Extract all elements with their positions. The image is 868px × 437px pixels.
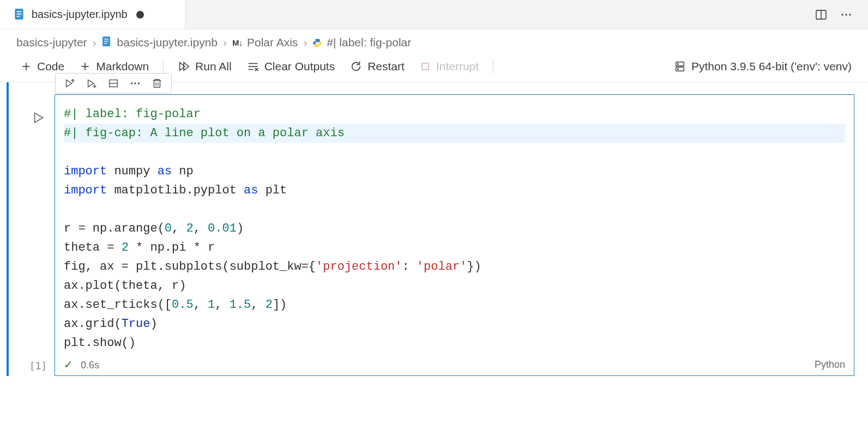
svg-marker-29 xyxy=(35,113,43,122)
svg-rect-24 xyxy=(422,63,429,70)
code-cell-row: [1] #| label: fig-polar#| fig-cap: A lin… xyxy=(0,94,868,376)
interrupt-label: Interrupt xyxy=(436,60,479,73)
run-cell-button[interactable] xyxy=(31,111,45,126)
svg-point-36 xyxy=(131,82,132,84)
tab-title: basics-jupyter.ipynb xyxy=(32,8,128,21)
svg-rect-39 xyxy=(154,81,160,88)
plus-icon xyxy=(21,61,32,72)
cell-status-bar: ✓0.6s Python xyxy=(55,356,854,375)
add-code-label: Code xyxy=(37,60,64,73)
toolbar-divider xyxy=(163,59,164,74)
breadcrumb: basics-jupyter › basics-jupyter.ipynb › … xyxy=(0,29,868,54)
notebook-icon xyxy=(102,36,113,49)
svg-rect-12 xyxy=(104,43,107,44)
breadcrumb-section[interactable]: M↓ Polar Axis xyxy=(232,36,298,49)
server-icon xyxy=(674,60,686,72)
notebook-editor: [1] #| label: fig-polar#| fig-cap: A lin… xyxy=(0,82,868,376)
add-markdown-label: Markdown xyxy=(96,60,149,73)
split-editor-icon[interactable] xyxy=(815,8,828,21)
interrupt-button[interactable]: Interrupt xyxy=(412,58,486,75)
svg-point-7 xyxy=(845,14,847,16)
cell-toolbar xyxy=(55,73,172,94)
svg-marker-32 xyxy=(88,80,94,87)
svg-point-37 xyxy=(134,82,136,84)
breadcrumb-file[interactable]: basics-jupyter.ipynb xyxy=(102,36,218,49)
cell-language-picker[interactable]: Python xyxy=(815,359,845,371)
svg-rect-11 xyxy=(104,41,108,41)
toolbar-divider xyxy=(493,59,493,74)
cell-gutter xyxy=(22,94,55,126)
split-cell-icon[interactable] xyxy=(107,77,120,90)
interrupt-icon xyxy=(420,61,431,72)
clear-outputs-label: Clear Outputs xyxy=(264,60,335,73)
delete-cell-icon[interactable] xyxy=(150,77,164,90)
check-icon: ✓ xyxy=(64,359,73,371)
kernel-label: Python 3.9.5 64-bit ('env': venv) xyxy=(691,60,852,73)
svg-point-8 xyxy=(849,14,851,16)
cell-status-left: ✓0.6s xyxy=(64,358,99,371)
editor-actions xyxy=(815,8,868,21)
run-all-label: Run All xyxy=(195,60,232,73)
notebook-icon xyxy=(14,8,25,21)
svg-point-28 xyxy=(677,69,678,70)
restart-label: Restart xyxy=(367,60,405,73)
markdown-icon: M↓ xyxy=(232,38,243,47)
clear-outputs-icon xyxy=(247,60,259,72)
svg-marker-30 xyxy=(67,80,72,87)
run-all-button[interactable]: Run All xyxy=(170,58,239,75)
svg-rect-3 xyxy=(17,16,20,17)
kernel-picker[interactable]: Python 3.9.5 64-bit ('env': venv) xyxy=(674,60,857,73)
restart-button[interactable]: Restart xyxy=(342,58,412,75)
more-actions-icon[interactable] xyxy=(840,8,853,21)
more-cell-actions-icon[interactable] xyxy=(129,77,142,90)
restart-icon xyxy=(350,60,362,72)
run-above-icon[interactable] xyxy=(63,77,76,90)
execution-count: [1] xyxy=(29,360,47,376)
chevron-right-icon: › xyxy=(223,36,227,49)
plus-icon xyxy=(80,61,91,72)
svg-point-6 xyxy=(841,14,843,16)
svg-point-38 xyxy=(138,82,140,84)
exec-time: 0.6s xyxy=(81,360,99,371)
svg-rect-2 xyxy=(17,13,22,14)
code-editor[interactable]: #| label: fig-polar#| fig-cap: A line pl… xyxy=(55,95,854,356)
editor-tab[interactable]: basics-jupyter.ipynb xyxy=(0,0,185,29)
dirty-indicator-icon xyxy=(136,11,144,19)
tab-bar: basics-jupyter.ipynb xyxy=(0,0,868,29)
breadcrumb-cell[interactable]: #| label: fig-polar xyxy=(312,36,411,49)
chevron-right-icon: › xyxy=(303,36,307,49)
code-cell[interactable]: #| label: fig-polar#| fig-cap: A line pl… xyxy=(55,94,854,376)
svg-rect-1 xyxy=(17,11,22,12)
svg-rect-10 xyxy=(104,39,108,39)
run-all-icon xyxy=(178,60,190,72)
svg-point-27 xyxy=(677,64,678,65)
clear-outputs-button[interactable]: Clear Outputs xyxy=(239,58,343,75)
run-below-icon[interactable] xyxy=(85,77,98,90)
python-icon xyxy=(312,38,322,47)
breadcrumb-folder[interactable]: basics-jupyter xyxy=(16,36,87,49)
chevron-right-icon: › xyxy=(93,36,97,49)
